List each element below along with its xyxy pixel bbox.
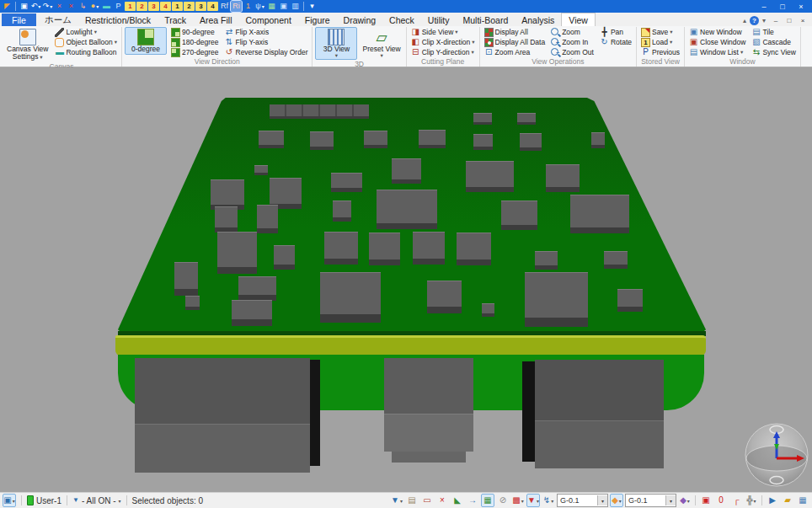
balloon-icon[interactable]: ●▾ bbox=[89, 1, 100, 12]
user-indicator[interactable]: User-1 bbox=[27, 495, 61, 505]
maximize-button[interactable]: □ bbox=[773, 1, 792, 13]
component[interactable] bbox=[517, 113, 536, 125]
mdi-close-button[interactable]: × bbox=[796, 14, 809, 26]
component[interactable] bbox=[473, 113, 492, 125]
mdi-restore-button[interactable]: □ bbox=[783, 14, 796, 26]
window-4-icon[interactable]: 4 bbox=[207, 2, 218, 11]
board-3d-toggle-icon[interactable]: ▦ bbox=[481, 494, 494, 507]
snap-bolt-icon[interactable]: ↯▾ bbox=[542, 494, 555, 507]
component[interactable] bbox=[331, 173, 362, 192]
tab-view[interactable]: View bbox=[561, 13, 596, 26]
window-1-icon[interactable]: 1 bbox=[172, 2, 183, 11]
tab-track[interactable]: Track bbox=[158, 13, 193, 26]
ribbon-button-zoom-area[interactable]: ⊡Zoom Area bbox=[483, 47, 548, 57]
app-logo-icon[interactable]: ◤ bbox=[2, 1, 13, 12]
probe-arrow-icon[interactable]: → bbox=[466, 494, 479, 507]
bottom-component[interactable] bbox=[522, 360, 664, 468]
ribbon-button-side-view[interactable]: ◨Side View▾ bbox=[409, 27, 477, 37]
component[interactable] bbox=[320, 272, 381, 323]
ribbon-button-routing-balloon[interactable]: ▬Routing Balloon bbox=[53, 47, 119, 57]
component[interactable] bbox=[473, 134, 493, 150]
ribbon-button-preset-view[interactable]: ▱Preset View▾ bbox=[360, 27, 403, 60]
3d-viewport[interactable] bbox=[0, 67, 812, 492]
tab-multi-board[interactable]: Multi-Board bbox=[457, 13, 516, 26]
component[interactable] bbox=[274, 245, 295, 270]
tab-restriction-block[interactable]: Restriction/Block bbox=[78, 13, 158, 26]
canvas-select-button[interactable]: ▣ ▾ bbox=[3, 494, 16, 507]
ribbon-button-flip-y-axis[interactable]: ⇅Flip Y-axis bbox=[223, 37, 310, 47]
component[interactable] bbox=[482, 303, 494, 317]
ribbon-button-clip-x-direction[interactable]: ◧Clip X-direction▾ bbox=[409, 37, 477, 47]
ribbon-button-270-degree[interactable]: 270-degree bbox=[169, 47, 220, 57]
help-dropdown-icon[interactable]: ▾ bbox=[762, 17, 766, 24]
delete-icon[interactable]: × bbox=[66, 1, 77, 12]
probe-1-icon[interactable]: 1 bbox=[243, 1, 254, 12]
disable-icon[interactable]: ⊘ bbox=[496, 494, 510, 507]
mdi-minimize-button[interactable]: – bbox=[769, 14, 783, 26]
redo-icon[interactable]: ↷▾ bbox=[42, 1, 53, 12]
frame-tool-icon[interactable]: ▣ bbox=[278, 1, 289, 12]
cancel-icon[interactable]: × bbox=[54, 1, 65, 12]
ribbon-button-previous[interactable]: PPrevious bbox=[639, 47, 681, 57]
ribbon-button-save[interactable]: Save▾ bbox=[639, 27, 681, 37]
connector-strip-component[interactable] bbox=[270, 104, 369, 116]
view-preset-2-icon[interactable]: 2 bbox=[136, 2, 147, 11]
component[interactable] bbox=[310, 131, 334, 150]
tab-check[interactable]: Check bbox=[382, 13, 421, 26]
trim-icon[interactable]: × bbox=[435, 494, 449, 507]
ribbon-button-90-degree[interactable]: 90-degree bbox=[169, 27, 220, 37]
display-filter-icon[interactable]: ▼▾ bbox=[390, 494, 403, 507]
undo-icon[interactable]: ↶▾ bbox=[30, 1, 41, 12]
ribbon-button-object-balloon[interactable]: Object Balloon▾ bbox=[53, 37, 119, 47]
ribbon-button-display-all-data[interactable]: Display All Data bbox=[483, 37, 548, 47]
grid-combo-2[interactable]: G-0.1▾ bbox=[625, 494, 676, 507]
component[interactable] bbox=[427, 281, 462, 313]
component[interactable] bbox=[369, 233, 400, 265]
component[interactable] bbox=[254, 165, 268, 175]
qat-overflow-icon[interactable]: ▾ bbox=[307, 1, 318, 12]
view-preset-1-icon[interactable]: 1 bbox=[125, 2, 136, 11]
tab-drawing[interactable]: Drawing bbox=[337, 13, 383, 26]
grid-snap-orange-icon[interactable]: ◆▾ bbox=[610, 494, 623, 507]
sheet-icon[interactable]: ▦ bbox=[796, 494, 809, 507]
drc-corner-icon[interactable]: ┌ bbox=[729, 494, 743, 507]
tab-component[interactable]: Component bbox=[239, 13, 298, 26]
grid-snap-purple-icon[interactable]: ◆▾ bbox=[678, 494, 692, 507]
collapse-ribbon-icon[interactable]: ▴ bbox=[743, 17, 746, 24]
help-icon[interactable]: ? bbox=[750, 16, 759, 25]
ribbon-button-clip-y-direction[interactable]: ⊟Clip Y-direction▾ bbox=[409, 47, 477, 57]
component[interactable] bbox=[333, 201, 351, 222]
ribbon-button-0-degree[interactable]: 0-degree bbox=[125, 27, 167, 55]
component[interactable] bbox=[570, 195, 629, 233]
move-mode-icon[interactable]: ╬▾ bbox=[745, 494, 758, 507]
tab-area-fill[interactable]: Area Fill bbox=[193, 13, 239, 26]
fly-to-icon[interactable]: ▶ bbox=[766, 494, 779, 507]
component[interactable] bbox=[377, 190, 437, 229]
ribbon-button-canvas-view-settings[interactable]: Canvas ViewSettings ▾ bbox=[4, 27, 51, 62]
ribbon-button-new-window[interactable]: ▣New Window bbox=[687, 27, 747, 37]
rf-mode-icon[interactable]: Rf bbox=[219, 1, 230, 12]
navigation-orb[interactable] bbox=[743, 421, 810, 489]
layer-corner-icon[interactable]: ◣ bbox=[451, 494, 464, 507]
board-grid-icon[interactable]: ▦ bbox=[266, 1, 277, 12]
component[interactable] bbox=[217, 232, 257, 274]
component[interactable] bbox=[419, 130, 446, 148]
window-3-icon[interactable]: 3 bbox=[195, 2, 206, 11]
tab-file[interactable]: File bbox=[2, 13, 36, 26]
tuning-fork-icon[interactable]: ψ▾ bbox=[254, 1, 265, 12]
grid-combo-1[interactable]: G-0.1▾ bbox=[557, 494, 608, 507]
tab-home[interactable]: ホーム bbox=[38, 13, 78, 26]
ribbon-button-cascade[interactable]: ▧Cascade bbox=[750, 37, 798, 47]
ribbon-button-reverse-display-order[interactable]: ↺Reverse Display Order bbox=[223, 47, 310, 57]
ri-mode-icon[interactable]: Ri bbox=[231, 1, 242, 12]
view-preset-4-icon[interactable]: 4 bbox=[160, 2, 171, 11]
component[interactable] bbox=[215, 206, 238, 233]
minimize-button[interactable]: – bbox=[755, 1, 773, 13]
component[interactable] bbox=[259, 131, 284, 148]
annotate-icon[interactable]: ▰ bbox=[781, 494, 794, 507]
component[interactable] bbox=[604, 251, 628, 269]
component[interactable] bbox=[413, 232, 445, 265]
ribbon-button-zoom[interactable]: Zoom bbox=[549, 27, 596, 37]
ribbon-button-lowlight[interactable]: Lowlight▾ bbox=[53, 27, 119, 37]
ribbon-button-zoom-in[interactable]: +Zoom In bbox=[549, 37, 596, 47]
